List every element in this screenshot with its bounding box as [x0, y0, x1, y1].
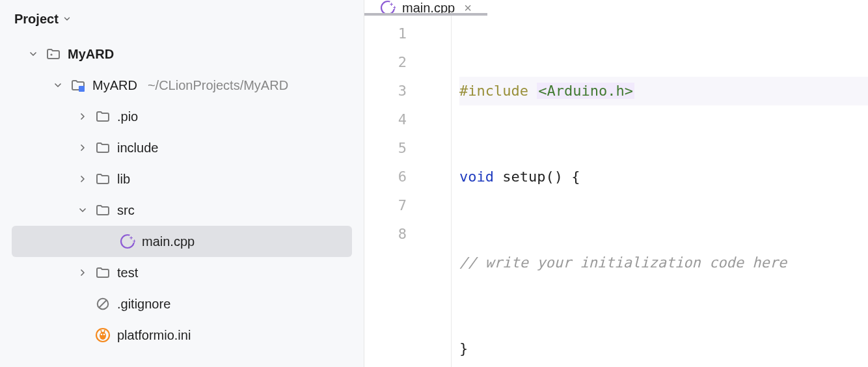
line-number: 7: [364, 191, 407, 220]
svg-line-11: [104, 330, 105, 333]
platformio-icon: [95, 327, 111, 343]
code-line: // write your initialization code here: [459, 249, 868, 277]
cpp-file-icon: + +: [120, 234, 135, 249]
svg-text:+: +: [133, 238, 135, 245]
tree-item-label: MyARD: [68, 47, 114, 62]
tree-item-label: platformio.ini: [117, 328, 191, 343]
tree-item-label: src: [117, 203, 135, 218]
editor-code[interactable]: #include <Arduino.h> void setup() { // w…: [452, 16, 868, 367]
project-tree: MyARD MyARD ~/CLionProjects/MyARD: [0, 38, 364, 351]
tree-folder-src[interactable]: src: [12, 195, 352, 226]
svg-point-9: [103, 334, 105, 336]
folder-icon: [95, 202, 111, 218]
project-panel: Project MyARD: [0, 0, 364, 367]
line-number: 2: [364, 48, 407, 77]
svg-rect-1: [79, 86, 85, 92]
tree-folder-include[interactable]: include: [12, 132, 352, 163]
code-line: void setup() {: [459, 163, 868, 191]
line-number: 8: [364, 220, 407, 249]
svg-line-10: [101, 330, 102, 333]
code-line: }: [459, 334, 868, 363]
tree-item-hint: ~/CLionProjects/MyARD: [148, 78, 288, 93]
tree-item-label: test: [117, 265, 138, 280]
tree-file-platformio[interactable]: platformio.ini: [12, 319, 352, 351]
tree-item-label: include: [117, 141, 158, 156]
chevron-right-icon[interactable]: [77, 111, 88, 122]
tree-folder-lib[interactable]: lib: [12, 163, 352, 195]
project-panel-header[interactable]: Project: [0, 5, 364, 38]
svg-point-0: [50, 53, 52, 55]
tree-module[interactable]: MyARD ~/CLionProjects/MyARD: [12, 70, 352, 101]
tree-root[interactable]: MyARD: [12, 38, 352, 70]
tree-folder-test[interactable]: test: [12, 257, 352, 288]
editor-area: + + main.cpp × 1 2 3 4 5 6 7 8 #include …: [364, 0, 868, 367]
line-number: 1: [364, 20, 407, 48]
code-line: #include <Arduino.h>: [459, 77, 868, 105]
tree-file-gitignore[interactable]: .gitignore: [12, 288, 352, 319]
chevron-right-icon[interactable]: [77, 142, 88, 154]
tab-main[interactable]: + + main.cpp ×: [380, 0, 472, 16]
tree-file-main[interactable]: + + main.cpp: [12, 226, 352, 257]
project-folder-icon: [46, 46, 61, 62]
ban-icon: [95, 296, 111, 312]
tab-underline: [364, 13, 487, 16]
folder-icon: [95, 171, 111, 187]
tree-item-label: MyARD: [92, 78, 137, 93]
project-panel-title: Project: [14, 12, 59, 27]
svg-point-8: [101, 334, 103, 336]
chevron-down-icon[interactable]: [52, 79, 64, 91]
svg-point-7: [100, 332, 106, 340]
tree-item-label: .pio: [117, 109, 138, 124]
tree-item-label: main.cpp: [142, 234, 195, 249]
module-folder-icon: [70, 77, 86, 93]
tree-item-label: .gitignore: [117, 297, 170, 312]
folder-icon: [95, 265, 111, 280]
chevron-right-icon[interactable]: [77, 173, 88, 185]
line-number: 3: [364, 77, 407, 105]
line-number: 5: [364, 134, 407, 163]
folder-icon: [95, 109, 111, 124]
line-number: 6: [364, 163, 407, 191]
chevron-down-icon[interactable]: [77, 204, 88, 216]
svg-text:+: +: [393, 5, 396, 11]
editor-gutter: 1 2 3 4 5 6 7 8: [364, 16, 452, 367]
svg-line-5: [100, 301, 107, 308]
tree-folder-pio[interactable]: .pio: [12, 101, 352, 132]
folder-icon: [95, 140, 111, 156]
chevron-right-icon[interactable]: [77, 267, 88, 279]
editor-tabs: + + main.cpp ×: [364, 0, 868, 16]
tree-item-label: lib: [117, 172, 130, 187]
chevron-down-icon[interactable]: [27, 48, 39, 60]
line-number: 4: [364, 105, 407, 134]
editor[interactable]: 1 2 3 4 5 6 7 8 #include <Arduino.h> voi…: [364, 16, 868, 367]
chevron-down-icon: [62, 12, 72, 27]
